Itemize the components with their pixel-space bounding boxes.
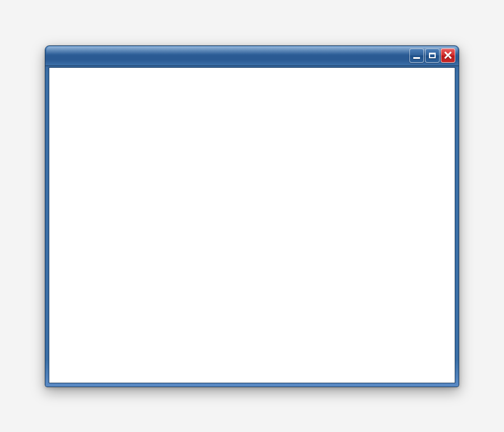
titlebar[interactable] xyxy=(45,46,459,66)
minimize-button[interactable] xyxy=(409,48,424,63)
minimize-icon xyxy=(413,57,420,59)
window-body xyxy=(49,67,455,383)
close-icon xyxy=(444,52,452,59)
close-button[interactable] xyxy=(441,48,455,63)
maximize-button[interactable] xyxy=(425,48,440,63)
maximize-icon xyxy=(429,53,436,58)
content-area xyxy=(49,67,455,383)
application-window xyxy=(45,45,459,387)
